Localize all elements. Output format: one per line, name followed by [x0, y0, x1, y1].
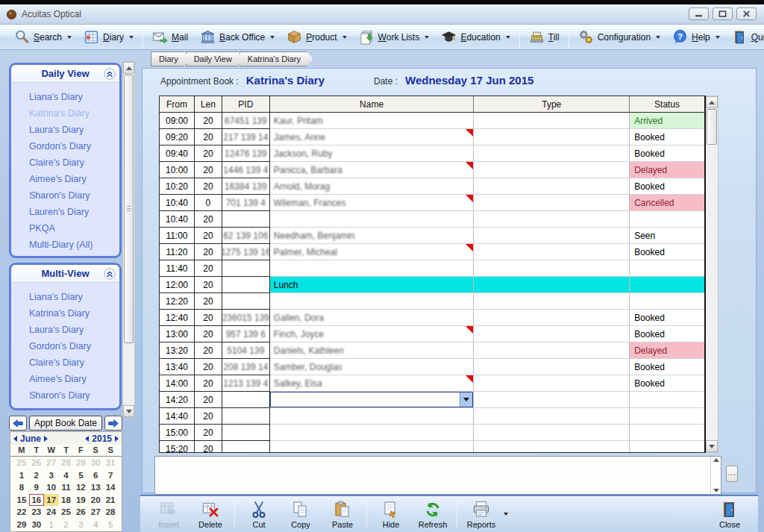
cell-type[interactable]: [474, 342, 630, 359]
cell-from[interactable]: 11:40: [160, 260, 195, 277]
cell-from[interactable]: 12:00: [160, 277, 195, 293]
scroll-up-arrow[interactable]: [706, 96, 718, 108]
calendar-day-selected[interactable]: 17: [44, 494, 59, 507]
dropdown-arrow-icon[interactable]: [425, 36, 429, 39]
cell-type[interactable]: [474, 392, 630, 408]
calendar-day[interactable]: 29: [73, 457, 88, 469]
calendar-day[interactable]: 5: [73, 469, 88, 482]
calendar-day[interactable]: 30: [29, 519, 44, 531]
cell-from[interactable]: 15:00: [160, 425, 195, 441]
column-header-len[interactable]: Len: [195, 96, 222, 113]
toolbar-button-search[interactable]: Search: [8, 27, 78, 48]
sidebar-item-lauren-s-diary[interactable]: Lauren's Diary: [11, 204, 119, 220]
next-year-icon[interactable]: [115, 436, 119, 442]
cell-type[interactable]: [474, 359, 630, 375]
toolbar-button-help[interactable]: ?Help: [666, 27, 726, 48]
scroll-up-arrow[interactable]: [123, 62, 134, 74]
calendar-day[interactable]: 24: [44, 506, 59, 519]
cell-name[interactable]: [270, 211, 475, 228]
cell-type[interactable]: [474, 162, 630, 178]
cell-type[interactable]: [474, 441, 630, 453]
cell-len[interactable]: 20: [195, 310, 222, 326]
prev-date-button[interactable]: [9, 416, 27, 431]
cell-type[interactable]: [474, 326, 630, 342]
calendar-day[interactable]: 30: [88, 457, 103, 469]
cell-pid[interactable]: [222, 441, 270, 453]
sidebar-item-gordon-s-diary[interactable]: Gordon's Diary: [11, 138, 119, 154]
cell-len[interactable]: 20: [195, 277, 222, 293]
sidebar-item-gordon-s-diary[interactable]: Gordon's Diary: [11, 338, 119, 354]
calendar-day[interactable]: 26: [73, 506, 88, 519]
cell-pid[interactable]: 217 139 14: [222, 129, 270, 145]
column-header-type[interactable]: Type: [474, 96, 630, 113]
dropdown-arrow-icon[interactable]: [656, 36, 660, 39]
cell-pid[interactable]: 12476 139: [222, 145, 270, 162]
calendar-day[interactable]: 20: [88, 494, 103, 507]
cell-pid[interactable]: 1275 139 16: [222, 244, 270, 260]
calendar-day[interactable]: 4: [88, 519, 103, 531]
cut-button[interactable]: Cut: [238, 497, 280, 531]
cell-status[interactable]: [630, 441, 704, 453]
dropdown-arrow-icon[interactable]: [270, 36, 275, 39]
cell-type[interactable]: [474, 293, 630, 310]
cell-name[interactable]: Lunch: [270, 277, 475, 293]
toolbar-button-back-office[interactable]: Back Office: [194, 27, 281, 48]
calendar-day[interactable]: 13: [88, 481, 103, 494]
name-combobox[interactable]: [270, 392, 475, 408]
sidebar-item-sharon-s-diary[interactable]: Sharon's Diary: [11, 387, 119, 404]
cell-from[interactable]: 10:40: [160, 195, 195, 211]
cell-len[interactable]: 20: [195, 228, 222, 244]
cell-pid[interactable]: 236015 139: [222, 310, 270, 326]
toolbar-button-quit[interactable]: Quit: [726, 27, 764, 48]
scroll-down-arrow[interactable]: [713, 489, 719, 492]
column-header-name[interactable]: Name: [270, 96, 475, 113]
cell-from[interactable]: 11:00: [160, 228, 195, 244]
notes-expand-button[interactable]: ...: [726, 466, 738, 482]
dropdown-arrow-icon[interactable]: [129, 36, 134, 39]
cell-pid[interactable]: [222, 260, 270, 277]
cell-len[interactable]: 20: [195, 359, 222, 375]
cell-len[interactable]: 20: [195, 326, 222, 342]
cell-status[interactable]: [630, 277, 704, 293]
cell-from[interactable]: 14:00: [160, 375, 195, 392]
scrollbar-thumb[interactable]: [124, 75, 134, 343]
calendar-day[interactable]: 23: [29, 506, 44, 519]
cell-from[interactable]: 11:20: [160, 244, 195, 260]
collapse-chevron-icon[interactable]: [104, 268, 116, 280]
calendar-day[interactable]: 29: [14, 519, 29, 531]
cell-type[interactable]: [474, 211, 630, 228]
cell-from[interactable]: 10:00: [160, 162, 195, 178]
calendar-day[interactable]: 7: [103, 469, 118, 482]
sidebar-item-katrina-s-diary[interactable]: Katrina's Diary: [11, 105, 119, 122]
cell-status[interactable]: Booked: [630, 145, 704, 162]
cell-from[interactable]: 10:20: [160, 178, 195, 195]
sidebar-item-pkqa[interactable]: PKQA: [11, 220, 119, 237]
dropdown-arrow-icon[interactable]: [342, 36, 347, 39]
cell-from[interactable]: 13:20: [160, 342, 195, 359]
cell-from[interactable]: 09:20: [160, 129, 195, 145]
cell-from[interactable]: 14:20: [160, 392, 195, 408]
cell-status[interactable]: [630, 293, 704, 310]
cell-name[interactable]: [270, 408, 475, 425]
column-header-pid[interactable]: PID: [222, 96, 270, 113]
notes-input[interactable]: [155, 457, 710, 494]
toolbar-button-diary[interactable]: Diary: [78, 27, 140, 48]
sidebar-item-liana-s-diary[interactable]: Liana's Diary: [11, 89, 119, 105]
cell-status[interactable]: [630, 425, 704, 441]
scroll-down-arrow[interactable]: [123, 405, 134, 417]
cell-status[interactable]: Booked: [630, 244, 704, 260]
cell-type[interactable]: [474, 195, 630, 211]
cell-type[interactable]: [474, 408, 630, 425]
cell-name[interactable]: Arnold, Morag: [270, 178, 475, 195]
next-month-icon[interactable]: [44, 436, 48, 442]
cell-len[interactable]: 20: [195, 178, 222, 195]
cell-pid[interactable]: 957 139 6: [222, 326, 270, 342]
cell-len[interactable]: 20: [195, 129, 222, 145]
cell-len[interactable]: 20: [195, 425, 222, 441]
cell-status[interactable]: Booked: [630, 129, 704, 145]
cell-type[interactable]: [474, 145, 630, 162]
calendar-day[interactable]: 28: [103, 506, 118, 519]
cell-len[interactable]: 20: [195, 113, 222, 129]
scroll-down-arrow[interactable]: [706, 440, 718, 452]
cell-status[interactable]: [630, 408, 704, 425]
